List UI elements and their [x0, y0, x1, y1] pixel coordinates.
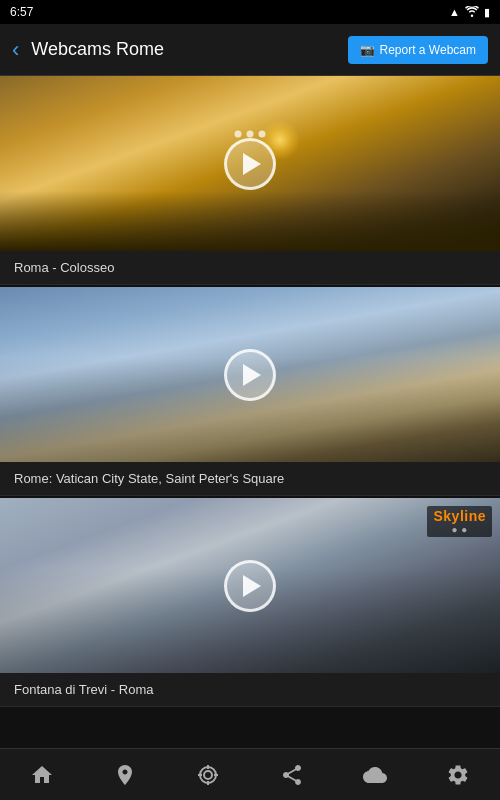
- status-bar: 6:57 ▲ ▮: [0, 0, 500, 24]
- svg-point-0: [200, 767, 216, 783]
- nav-location[interactable]: [83, 749, 166, 800]
- play-button-trevi[interactable]: [224, 560, 276, 612]
- webcam-label-colosseo: Roma - Colosseo: [0, 251, 500, 285]
- back-button[interactable]: ‹: [12, 39, 19, 61]
- nav-target[interactable]: [167, 749, 250, 800]
- play-button-colosseo[interactable]: [224, 138, 276, 190]
- signal-icon: ▲: [449, 6, 460, 18]
- camera-icon: 📷: [360, 43, 375, 57]
- nav-cloud[interactable]: [333, 749, 416, 800]
- svg-point-1: [204, 771, 212, 779]
- webcam-label-trevi: Fontana di Trevi - Roma: [0, 673, 500, 707]
- loading-indicator: [235, 130, 266, 137]
- nav-settings[interactable]: [417, 749, 500, 800]
- nav-home[interactable]: [0, 749, 83, 800]
- webcam-item-vatican: Rome: Vatican City State, Saint Peter's …: [0, 287, 500, 496]
- report-btn-label: Report a Webcam: [380, 43, 477, 57]
- header: ‹ Webcams Rome 📷 Report a Webcam: [0, 24, 500, 76]
- webcam-label-vatican: Rome: Vatican City State, Saint Peter's …: [0, 462, 500, 496]
- webcam-list: Roma - Colosseo Rome: Vatican City State…: [0, 76, 500, 748]
- nav-share[interactable]: [250, 749, 333, 800]
- battery-icon: ▮: [484, 6, 490, 19]
- play-button-vatican[interactable]: [224, 349, 276, 401]
- page-title: Webcams Rome: [31, 39, 335, 60]
- skyline-badge: Skyline ● ●: [427, 506, 492, 537]
- webcam-item-trevi: Skyline ● ● Fontana di Trevi - Roma: [0, 498, 500, 707]
- webcam-item-colosseo: Roma - Colosseo: [0, 76, 500, 285]
- bottom-nav: [0, 748, 500, 800]
- webcam-thumb-colosseo[interactable]: [0, 76, 500, 251]
- wifi-icon: [465, 6, 479, 19]
- status-time: 6:57: [10, 5, 33, 19]
- webcam-thumb-trevi[interactable]: Skyline ● ●: [0, 498, 500, 673]
- report-webcam-button[interactable]: 📷 Report a Webcam: [348, 36, 489, 64]
- webcam-thumb-vatican[interactable]: [0, 287, 500, 462]
